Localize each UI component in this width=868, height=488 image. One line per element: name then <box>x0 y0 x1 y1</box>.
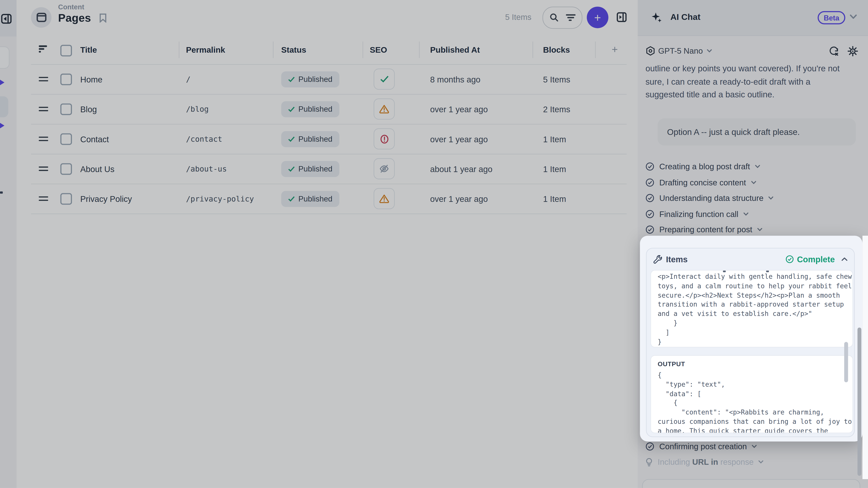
tool-input-code-block: <p>Interact daily with gentle handling, … <box>651 270 853 348</box>
tool-output-code-block: OUTPUT { "type": "text", "data": [ { "co… <box>651 355 853 433</box>
tool-status: Complete <box>785 255 835 264</box>
app-window: Content Pages 5 Items + Title Permalink … <box>0 0 868 488</box>
tool-card-header[interactable]: Items Complete <box>653 248 847 270</box>
circle-check-icon <box>785 255 794 263</box>
output-label: OUTPUT <box>658 361 846 367</box>
clipped-line-fragment <box>658 271 846 272</box>
tool-call-spotlight: Items Complete <p>Interact daily with ge… <box>640 236 862 442</box>
tool-input-code: <p>Interact daily with gentle handling, … <box>658 272 846 347</box>
tool-card-scroll-area[interactable]: <p>Interact daily with gentle handling, … <box>651 270 853 433</box>
panel-scrollbar-track <box>862 236 868 479</box>
tool-call-card: Items Complete <p>Interact daily with ge… <box>646 248 855 437</box>
panel-scrollbar-thumb[interactable] <box>858 327 861 476</box>
tool-card-title: Items <box>666 255 688 264</box>
wrench-icon <box>653 255 662 264</box>
tool-output-code: { "type": "text", "data": [ { "content":… <box>658 371 846 433</box>
card-scrollbar-thumb[interactable] <box>844 342 848 382</box>
chevron-up-icon[interactable] <box>841 257 847 261</box>
